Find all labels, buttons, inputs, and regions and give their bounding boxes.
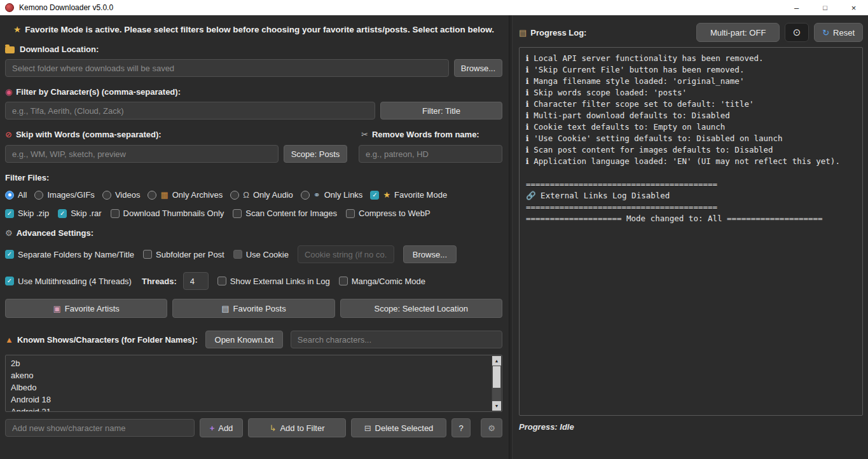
browse-download-button[interactable]: Browse... — [454, 59, 502, 77]
cookie-string-input[interactable] — [298, 245, 394, 263]
window-controls: – □ × — [782, 0, 868, 15]
radio-dot — [301, 191, 310, 200]
radio-dot — [148, 191, 156, 200]
skip-words-input[interactable] — [5, 145, 279, 163]
radio-filter-links[interactable]: ⚭ Only Links — [301, 190, 363, 200]
radio-dot — [34, 191, 43, 200]
checkbox-label: Subfolder per Post — [156, 250, 224, 259]
checkbox-box — [233, 209, 242, 218]
radio-filter-all[interactable]: All — [5, 190, 27, 200]
character-filter-input[interactable] — [5, 102, 375, 120]
checkbox-label: Skip .zip — [18, 209, 49, 218]
download-location-input[interactable] — [5, 59, 449, 77]
remove-words-label: ✂ Remove Words from name: — [361, 130, 479, 139]
known-characters-label: ▲ Known Shows/Characters (for Folder Nam… — [5, 335, 198, 345]
clipboard-icon: ▤ — [519, 28, 527, 38]
add-to-filter-button[interactable]: ↳ Add to Filter — [248, 418, 346, 437]
window-title: Kemono Downloader v5.0.0 — [19, 3, 113, 12]
checkbox-box — [143, 250, 152, 259]
skip-scope-button[interactable]: Scope: Posts — [284, 145, 347, 163]
radio-filter-audio[interactable]: Ω Only Audio — [230, 190, 293, 200]
character-search-input[interactable] — [291, 331, 502, 348]
checkbox-label: Favorite Mode — [394, 190, 447, 200]
checkbox-compress-webp[interactable]: Compress to WebP — [346, 209, 430, 218]
radio-filter-archives[interactable]: ▦ Only Archives — [148, 190, 223, 200]
advanced-settings-label: ⚙ Advanced Settings: — [5, 228, 502, 238]
list-scrollbar[interactable]: ▲ ▼ — [492, 356, 501, 411]
scrollbar-thumb[interactable] — [493, 366, 500, 388]
progress-status: Progress: Idle — [519, 422, 863, 432]
progress-log-label: ▤ Progress Log: — [519, 28, 586, 38]
maximize-button[interactable]: □ — [811, 0, 839, 15]
checkbox-skip-zip[interactable]: Skip .zip — [5, 209, 49, 218]
close-button[interactable]: × — [839, 0, 868, 15]
checkbox-show-external-links[interactable]: Show External Links in Log — [217, 277, 330, 286]
radio-dot — [230, 191, 239, 200]
threads-input[interactable] — [183, 272, 209, 290]
picture-icon: ▣ — [53, 304, 61, 313]
checkbox-box — [339, 277, 348, 285]
checkbox-label: Skip .rar — [71, 209, 101, 218]
checkbox-box — [111, 209, 120, 218]
list-item[interactable]: Albedo — [11, 381, 489, 394]
checkbox-multithreading[interactable]: Use Multithreading (4 Threads) — [5, 277, 132, 286]
reset-button[interactable]: ↻ Reset — [814, 23, 863, 42]
trash-icon: ⊟ — [364, 423, 371, 433]
radio-label: Images/GIFs — [47, 190, 94, 200]
remove-words-input[interactable] — [359, 145, 502, 163]
checkbox-box — [5, 250, 14, 259]
eye-button[interactable]: ⊙ — [785, 23, 809, 42]
archive-icon: ▦ — [160, 190, 168, 200]
add-character-input[interactable] — [5, 419, 195, 437]
scroll-down-icon[interactable]: ▼ — [492, 401, 501, 411]
checkbox-use-cookie[interactable]: Use Cookie — [233, 250, 289, 259]
checkbox-subfolder-per-post[interactable]: Subfolder per Post — [143, 250, 224, 259]
checkbox-box — [217, 277, 226, 285]
checkbox-thumbnails-only[interactable]: Download Thumbnails Only — [111, 209, 224, 218]
help-button[interactable]: ? — [451, 418, 471, 437]
checkbox-skip-rar[interactable]: Skip .rar — [58, 209, 101, 218]
radio-filter-images[interactable]: Images/GIFs — [34, 190, 94, 200]
list-item[interactable]: Android 21 — [11, 406, 489, 412]
add-character-button[interactable]: + Add — [200, 418, 243, 437]
browse-cookie-button[interactable]: Browse... — [403, 245, 457, 263]
radio-dot — [5, 191, 14, 200]
list-item[interactable]: 2b — [11, 357, 489, 369]
checkbox-label: Show External Links in Log — [230, 277, 330, 286]
list-item[interactable]: Android 18 — [11, 394, 489, 406]
reset-icon: ↻ — [822, 28, 829, 38]
checkbox-scan-content[interactable]: Scan Content for Images — [233, 209, 337, 218]
scroll-up-icon[interactable]: ▲ — [492, 356, 501, 366]
checkbox-favorite-mode[interactable]: ★ Favorite Mode — [370, 190, 447, 200]
list-item[interactable]: akeno — [11, 369, 489, 381]
filter-files-label: Filter Files: — [5, 173, 502, 182]
favorite-artists-button[interactable]: ▣ Favorite Artists — [5, 299, 167, 318]
minimize-button[interactable]: – — [782, 0, 811, 15]
checkbox-separate-folders[interactable]: Separate Folders by Name/Title — [5, 250, 134, 259]
settings-button[interactable]: ⚙ — [481, 418, 502, 437]
progress-log-output[interactable]: ℹ Local API server functionality has bee… — [519, 47, 863, 416]
radio-label: Only Archives — [172, 190, 223, 200]
checkbox-label: Compress to WebP — [359, 209, 430, 218]
eye-icon: ⊙ — [793, 27, 801, 38]
open-known-txt-button[interactable]: Open Known.txt — [205, 331, 283, 348]
checkbox-label: Scan Content for Images — [245, 209, 337, 218]
download-scope-button[interactable]: Scope: Selected Location — [340, 299, 502, 318]
delete-selected-button[interactable]: ⊟ Delete Selected — [351, 418, 446, 437]
checkbox-label: Download Thumbnails Only — [123, 209, 224, 218]
radio-filter-videos[interactable]: Videos — [102, 190, 141, 200]
checkbox-manga-mode[interactable]: Manga/Comic Mode — [339, 277, 425, 286]
notice-text: Favorite Mode is active. Please select f… — [25, 25, 494, 34]
checkbox-label: Use Multithreading (4 Threads) — [18, 277, 132, 286]
favorite-posts-button[interactable]: ▤ Favorite Posts — [172, 299, 334, 318]
document-icon: ▤ — [221, 304, 229, 313]
radio-dot — [102, 191, 111, 200]
multipart-toggle-button[interactable]: Multi-part: OFF — [696, 23, 780, 42]
character-filter-scope-button[interactable]: Filter: Title — [380, 102, 502, 120]
character-filter-label: ◉ Filter by Character(s) (comma-separate… — [5, 87, 502, 97]
app-logo-icon — [5, 3, 14, 12]
titlebar[interactable]: Kemono Downloader v5.0.0 – □ × — [0, 0, 868, 15]
star-icon: ★ — [383, 190, 390, 200]
scrollbar-track[interactable] — [492, 388, 501, 401]
threads-label: Threads: — [142, 277, 177, 286]
